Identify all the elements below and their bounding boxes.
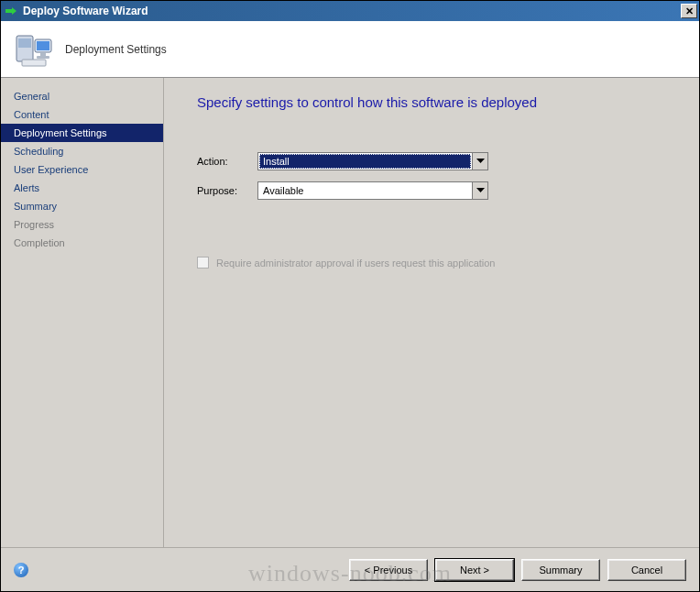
sidebar-item-user-experience[interactable]: User Experience [1,160,163,179]
titlebar: Deploy Software Wizard ✕ [1,1,699,21]
action-value: Install [259,154,471,169]
next-button[interactable]: Next > [435,559,514,581]
computer-icon [12,27,56,71]
sidebar-item-general[interactable]: General [1,87,163,105]
svg-rect-0 [5,9,12,13]
svg-marker-1 [12,7,16,15]
previous-button[interactable]: < Previous [349,559,428,581]
sidebar-item-label: Content [14,109,49,120]
body: General Content Deployment Settings Sche… [1,78,699,547]
purpose-value: Available [259,183,471,198]
svg-marker-9 [476,159,485,163]
action-dropdown[interactable]: Install [257,152,488,170]
button-label: Cancel [631,565,662,576]
header-subtitle: Deployment Settings [65,43,167,56]
wizard-sidebar: General Content Deployment Settings Sche… [1,78,164,547]
require-approval-row: Require administrator approval if users … [197,257,675,269]
button-label: < Previous [365,565,412,576]
chevron-down-icon[interactable] [472,182,487,199]
purpose-dropdown[interactable]: Available [257,181,488,200]
sidebar-item-content[interactable]: Content [1,105,163,124]
action-row: Action: Install [197,152,675,170]
svg-rect-8 [22,60,46,66]
wizard-arrow-icon [5,5,17,17]
sidebar-item-summary[interactable]: Summary [1,197,163,215]
wizard-window: Deploy Software Wizard ✕ Deployment Sett… [0,0,700,592]
svg-marker-10 [476,188,485,192]
sidebar-item-label: User Experience [14,164,88,175]
page-heading: Specify settings to control how this sof… [197,94,675,110]
cancel-button[interactable]: Cancel [607,559,686,581]
sidebar-item-scheduling[interactable]: Scheduling [1,142,163,160]
sidebar-item-label: Completion [14,237,65,248]
svg-rect-7 [37,56,49,59]
sidebar-item-label: Scheduling [14,146,63,157]
button-label: Next > [460,565,489,576]
help-icon[interactable]: ? [14,563,28,577]
sidebar-item-completion: Completion [1,234,163,252]
sidebar-item-label: Summary [14,201,57,212]
action-label: Action: [197,156,257,167]
sidebar-item-label: General [14,91,49,102]
sidebar-item-progress: Progress [1,215,163,234]
content-panel: Specify settings to control how this sof… [164,78,699,547]
require-approval-label: Require administrator approval if users … [216,258,496,269]
help-glyph: ? [18,565,25,576]
sidebar-item-alerts[interactable]: Alerts [1,179,163,197]
svg-rect-6 [40,52,46,56]
sidebar-item-label: Alerts [14,182,39,193]
sidebar-item-label: Deployment Settings [14,127,107,138]
purpose-row: Purpose: Available [197,181,675,200]
close-icon: ✕ [685,6,694,16]
svg-rect-5 [37,41,49,50]
sidebar-item-deployment-settings[interactable]: Deployment Settings [1,124,163,142]
button-label: Summary [539,565,582,576]
header-band: Deployment Settings [1,21,699,78]
sidebar-item-label: Progress [14,219,54,230]
window-title: Deploy Software Wizard [23,5,681,17]
svg-rect-3 [18,38,31,48]
close-button[interactable]: ✕ [681,4,697,18]
wizard-footer: ? < Previous Next > Summary Cancel [1,547,699,591]
chevron-down-icon[interactable] [472,153,487,170]
summary-button[interactable]: Summary [521,559,600,581]
require-approval-checkbox [197,257,209,269]
purpose-label: Purpose: [197,185,257,196]
